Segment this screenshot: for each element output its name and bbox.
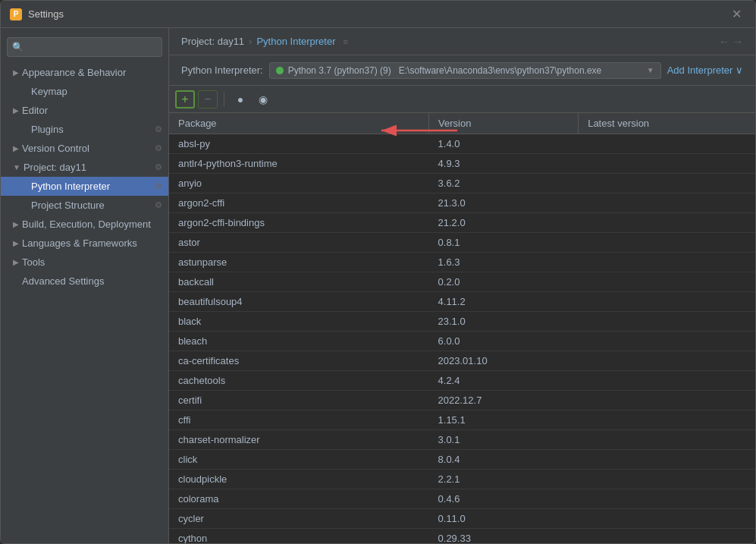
back-arrow[interactable]: ←	[719, 36, 729, 48]
dropdown-arrow-icon: ▼	[647, 66, 654, 74]
package-latest	[579, 134, 755, 154]
breadcrumb-project: Project: day11	[181, 36, 244, 47]
table-row[interactable]: astor 0.8.1	[169, 233, 755, 253]
table-row[interactable]: cffi 1.15.1	[169, 410, 755, 430]
sidebar-label-keymap: Keymap	[31, 86, 67, 97]
sidebar-label-project-day11: Project: day11	[24, 162, 86, 173]
package-version: 2022.12.7	[429, 391, 579, 410]
table-row[interactable]: cachetools 4.2.4	[169, 371, 755, 391]
sidebar-label-editor: Editor	[22, 105, 48, 116]
package-latest	[579, 470, 755, 489]
sidebar-label-advanced-settings: Advanced Settings	[22, 275, 104, 287]
package-latest	[579, 292, 755, 312]
package-version: 4.11.2	[429, 292, 579, 312]
table-row[interactable]: argon2-cffi 21.3.0	[169, 193, 755, 213]
table-row[interactable]: ca-certificates 2023.01.10	[169, 351, 755, 371]
sidebar-item-languages-frameworks[interactable]: ▶Languages & Frameworks	[1, 234, 168, 253]
sidebar-label-languages-frameworks: Languages & Frameworks	[22, 237, 137, 249]
table-row[interactable]: antlr4-python3-runtime 4.9.3	[169, 154, 755, 174]
package-version: 4.9.3	[429, 154, 579, 174]
search-box[interactable]: 🔍	[7, 37, 162, 57]
package-name: charset-normalizer	[169, 430, 429, 450]
sidebar-label-python-interpreter: Python Interpreter	[31, 181, 110, 192]
package-latest	[579, 351, 755, 371]
package-version: 0.29.33	[429, 529, 579, 544]
package-version: 23.1.0	[429, 312, 579, 332]
sidebar-item-python-interpreter[interactable]: ▶Python Interpreter⚙	[1, 177, 168, 196]
sidebar-item-editor[interactable]: ▶Editor	[1, 101, 168, 120]
column-package: Package	[169, 113, 429, 134]
sidebar-item-keymap[interactable]: ▶Keymap	[1, 82, 168, 101]
interpreter-select[interactable]: Python 3.7 (python37) (9) E:\software\An…	[269, 62, 661, 79]
package-version: 3.6.2	[429, 174, 579, 193]
sidebar-label-version-control: Version Control	[22, 143, 89, 154]
toolbar: + − ● ◉	[169, 86, 755, 113]
breadcrumb-bar: Project: day11 › Python Interpreter ≡ ← …	[169, 28, 755, 55]
breadcrumb-separator: ›	[249, 36, 252, 47]
package-name: ca-certificates	[169, 351, 429, 371]
gear-icon-version-control: ⚙	[155, 143, 162, 153]
table-row[interactable]: anyio 3.6.2	[169, 174, 755, 193]
sidebar-item-plugins[interactable]: ▶Plugins⚙	[1, 120, 168, 139]
breadcrumb-current: Python Interpreter	[256, 36, 335, 47]
table-row[interactable]: cloudpickle 2.2.1	[169, 470, 755, 489]
breadcrumb-menu-icon[interactable]: ≡	[343, 37, 348, 46]
table-row[interactable]: astunparse 1.6.3	[169, 253, 755, 272]
sidebar-item-project-day11[interactable]: ▼Project: day11⚙	[1, 158, 168, 177]
packages-table-container[interactable]: Package Version Latest version absl-py 1…	[169, 113, 755, 543]
sidebar-item-tools[interactable]: ▶Tools	[1, 253, 168, 272]
settings-button[interactable]: ◉	[253, 90, 273, 108]
table-row[interactable]: charset-normalizer 3.0.1	[169, 430, 755, 450]
gear-icon-python-interpreter: ⚙	[155, 181, 162, 191]
package-version: 1.15.1	[429, 410, 579, 430]
table-row[interactable]: cycler 0.11.0	[169, 509, 755, 529]
nav-arrows: ← →	[719, 36, 743, 48]
app-icon: P	[10, 8, 22, 20]
table-row[interactable]: colorama 0.4.6	[169, 489, 755, 509]
sidebar-item-project-structure[interactable]: ▶Project Structure⚙	[1, 196, 168, 215]
table-row[interactable]: certifi 2022.12.7	[169, 391, 755, 410]
table-wrapper: Package Version Latest version absl-py 1…	[169, 113, 755, 543]
package-latest	[579, 371, 755, 391]
package-version: 4.2.4	[429, 371, 579, 391]
search-icon: 🔍	[12, 42, 24, 52]
table-row[interactable]: bleach 6.0.0	[169, 332, 755, 351]
package-version: 6.0.0	[429, 332, 579, 351]
package-latest	[579, 430, 755, 450]
package-version: 0.11.0	[429, 509, 579, 529]
add-package-button[interactable]: +	[175, 90, 195, 108]
add-interpreter-button[interactable]: Add Interpreter ∨	[667, 64, 743, 76]
sidebar-item-advanced-settings[interactable]: ▶Advanced Settings	[1, 272, 168, 291]
table-row[interactable]: argon2-cffi-bindings 21.2.0	[169, 213, 755, 233]
close-button[interactable]: ✕	[727, 5, 746, 23]
sidebar-label-project-structure: Project Structure	[31, 200, 105, 211]
package-version: 0.8.1	[429, 233, 579, 253]
interpreter-label: Python Interpreter:	[181, 64, 263, 76]
table-row[interactable]: click 8.0.4	[169, 450, 755, 470]
package-version: 2023.01.10	[429, 351, 579, 371]
column-version: Version	[429, 113, 579, 134]
package-latest	[579, 332, 755, 351]
table-row[interactable]: beautifulsoup4 4.11.2	[169, 292, 755, 312]
table-row[interactable]: cython 0.29.33	[169, 529, 755, 544]
sidebar-item-build-execution[interactable]: ▶Build, Execution, Deployment	[1, 215, 168, 234]
table-header-row: Package Version Latest version	[169, 113, 755, 134]
package-name: bleach	[169, 332, 429, 351]
package-version: 21.3.0	[429, 193, 579, 213]
main-panel: Project: day11 › Python Interpreter ≡ ← …	[169, 28, 755, 543]
reload-button[interactable]: ●	[231, 90, 250, 108]
sidebar-arrow-tools: ▶	[13, 258, 19, 266]
package-version: 0.4.6	[429, 489, 579, 509]
package-name: cycler	[169, 509, 429, 529]
titlebar: P Settings ✕	[1, 1, 755, 28]
window-title: Settings	[28, 8, 727, 20]
package-name: astor	[169, 233, 429, 253]
package-version: 1.6.3	[429, 253, 579, 272]
forward-arrow[interactable]: →	[732, 36, 743, 48]
table-row[interactable]: backcall 0.2.0	[169, 272, 755, 292]
sidebar-item-version-control[interactable]: ▶Version Control⚙	[1, 139, 168, 158]
table-row[interactable]: absl-py 1.4.0	[169, 134, 755, 154]
sidebar-item-appearance[interactable]: ▶Appearance & Behavior	[1, 63, 168, 82]
table-row[interactable]: black 23.1.0	[169, 312, 755, 332]
remove-package-button[interactable]: −	[198, 90, 218, 108]
